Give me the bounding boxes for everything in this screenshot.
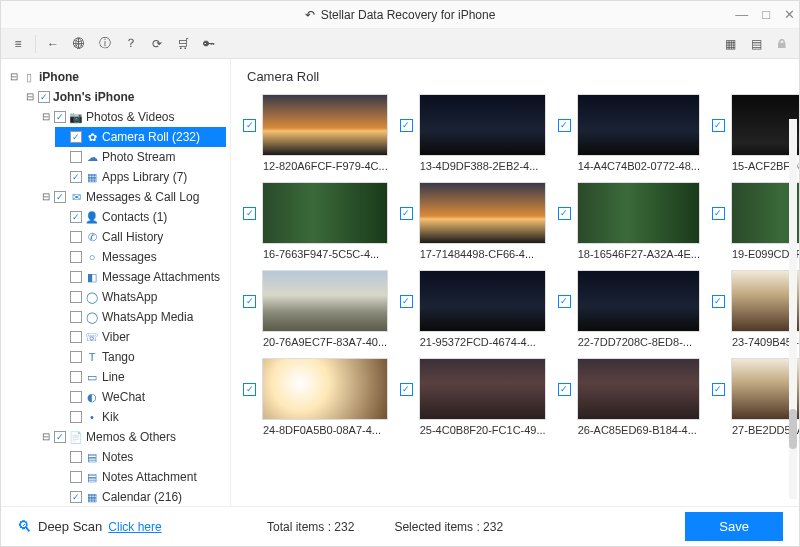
thumb-image[interactable]: [577, 358, 700, 420]
tree-item[interactable]: 👤Contacts (1): [55, 207, 226, 227]
checkbox[interactable]: [70, 131, 82, 143]
checkbox[interactable]: [54, 431, 66, 443]
refresh-button[interactable]: ⟳: [146, 33, 168, 55]
thumb-checkbox[interactable]: [243, 295, 256, 308]
back-button[interactable]: ←: [42, 33, 64, 55]
save-button[interactable]: Save: [685, 512, 783, 541]
thumbnail[interactable]: 25-4C0B8F20-FC1C-49...: [400, 358, 546, 436]
tree-item[interactable]: ✿Camera Roll (232): [55, 127, 226, 147]
checkbox[interactable]: [70, 311, 82, 323]
tree-item[interactable]: ◧Message Attachments: [55, 267, 226, 287]
checkbox[interactable]: [70, 251, 82, 263]
thumbnail[interactable]: 22-7DD7208C-8ED8-...: [558, 270, 700, 348]
tree-item[interactable]: ◯WhatsApp Media: [55, 307, 226, 327]
thumb-image[interactable]: [419, 94, 546, 156]
thumbnail[interactable]: 14-A4C74B02-0772-48...: [558, 94, 700, 172]
tree-item[interactable]: ▤Notes: [55, 447, 226, 467]
cart-button[interactable]: 🛒︎: [172, 33, 194, 55]
checkbox[interactable]: [70, 371, 82, 383]
checkbox[interactable]: [70, 231, 82, 243]
tree-item[interactable]: ▭Line: [55, 367, 226, 387]
thumb-image[interactable]: [262, 358, 388, 420]
minimize-button[interactable]: —: [735, 7, 748, 22]
checkbox[interactable]: [70, 451, 82, 463]
tree-item[interactable]: •Kik: [55, 407, 226, 427]
tree-root-node[interactable]: ⊟▯iPhone: [7, 67, 226, 87]
checkbox[interactable]: [54, 111, 66, 123]
thumb-image[interactable]: [419, 270, 546, 332]
thumb-image[interactable]: [419, 182, 546, 244]
deep-scan-link[interactable]: Click here: [108, 520, 161, 534]
thumb-checkbox[interactable]: [712, 207, 725, 220]
checkbox[interactable]: [70, 291, 82, 303]
checkbox[interactable]: [70, 151, 82, 163]
tree-item[interactable]: ☁Photo Stream: [55, 147, 226, 167]
thumbnail[interactable]: 15-ACF2BFD8-F4F2-49...: [712, 94, 799, 172]
checkbox[interactable]: [70, 471, 82, 483]
tree-item[interactable]: ◐WeChat: [55, 387, 226, 407]
tree-group[interactable]: ⊟📄Memos & Others: [39, 427, 226, 447]
tree-group[interactable]: ⊟📷Photos & Videos: [39, 107, 226, 127]
thumb-checkbox[interactable]: [400, 119, 413, 132]
thumb-image[interactable]: [577, 94, 700, 156]
toggle-icon[interactable]: ⊟: [41, 428, 51, 446]
thumb-image[interactable]: [262, 270, 388, 332]
toggle-icon[interactable]: ⊟: [25, 88, 35, 106]
thumbnail[interactable]: 23-7409B454-4916-4A...: [712, 270, 799, 348]
thumbnail[interactable]: 13-4D9DF388-2EB2-4...: [400, 94, 546, 172]
info-button[interactable]: ⓘ: [94, 33, 116, 55]
thumbnail[interactable]: 26-AC85ED69-B184-4...: [558, 358, 700, 436]
thumbnail[interactable]: 24-8DF0A5B0-08A7-4...: [243, 358, 388, 436]
thumb-image[interactable]: [577, 270, 700, 332]
thumbnail[interactable]: 18-16546F27-A32A-4E...: [558, 182, 700, 260]
checkbox[interactable]: [70, 411, 82, 423]
help-button[interactable]: ？: [120, 33, 142, 55]
tree-item[interactable]: TTango: [55, 347, 226, 367]
menu-button[interactable]: ≡: [7, 33, 29, 55]
tree-item[interactable]: ◯WhatsApp: [55, 287, 226, 307]
tree-device[interactable]: ⊟John's iPhone: [23, 87, 226, 107]
thumbnail[interactable]: 21-95372FCD-4674-4...: [400, 270, 546, 348]
thumbnail[interactable]: 19-E099CD6F-08FB-44...: [712, 182, 799, 260]
tree-group[interactable]: ⊟✉Messages & Call Log: [39, 187, 226, 207]
thumb-checkbox[interactable]: [400, 383, 413, 396]
thumb-checkbox[interactable]: [400, 295, 413, 308]
thumb-checkbox[interactable]: [558, 383, 571, 396]
checkbox[interactable]: [70, 211, 82, 223]
thumb-image[interactable]: [577, 182, 700, 244]
thumbnail[interactable]: 17-71484498-CF66-4...: [400, 182, 546, 260]
thumb-checkbox[interactable]: [712, 295, 725, 308]
grid-view-button[interactable]: ▦: [719, 33, 741, 55]
checkbox[interactable]: [70, 331, 82, 343]
thumb-checkbox[interactable]: [243, 119, 256, 132]
tree-item[interactable]: ○Messages: [55, 247, 226, 267]
checkbox[interactable]: [70, 171, 82, 183]
thumb-image[interactable]: [419, 358, 546, 420]
thumbnail[interactable]: 16-7663F947-5C5C-4...: [243, 182, 388, 260]
lock-icon[interactable]: 🔒︎: [771, 33, 793, 55]
thumbnail[interactable]: 27-BE2DD51A-0956-4...: [712, 358, 799, 436]
tree-item[interactable]: ▤Notes Attachment: [55, 467, 226, 487]
checkbox[interactable]: [70, 271, 82, 283]
globe-button[interactable]: 🌐︎: [68, 33, 90, 55]
toggle-icon[interactable]: ⊟: [41, 188, 51, 206]
checkbox[interactable]: [38, 91, 50, 103]
thumb-checkbox[interactable]: [558, 119, 571, 132]
thumb-checkbox[interactable]: [712, 383, 725, 396]
tree-item[interactable]: ☏Viber: [55, 327, 226, 347]
checkbox[interactable]: [70, 391, 82, 403]
tree-item[interactable]: ▦Calendar (216): [55, 487, 226, 506]
toggle-icon[interactable]: ⊟: [41, 108, 51, 126]
thumb-checkbox[interactable]: [712, 119, 725, 132]
maximize-button[interactable]: □: [762, 7, 770, 22]
checkbox[interactable]: [70, 351, 82, 363]
thumb-checkbox[interactable]: [558, 295, 571, 308]
toggle-icon[interactable]: ⊟: [9, 68, 19, 86]
thumb-checkbox[interactable]: [243, 383, 256, 396]
key-button[interactable]: 🔑︎: [198, 33, 220, 55]
tree-item[interactable]: ✆Call History: [55, 227, 226, 247]
list-view-button[interactable]: ▤: [745, 33, 767, 55]
checkbox[interactable]: [54, 191, 66, 203]
thumb-checkbox[interactable]: [558, 207, 571, 220]
tree-item[interactable]: ▦Apps Library (7): [55, 167, 226, 187]
